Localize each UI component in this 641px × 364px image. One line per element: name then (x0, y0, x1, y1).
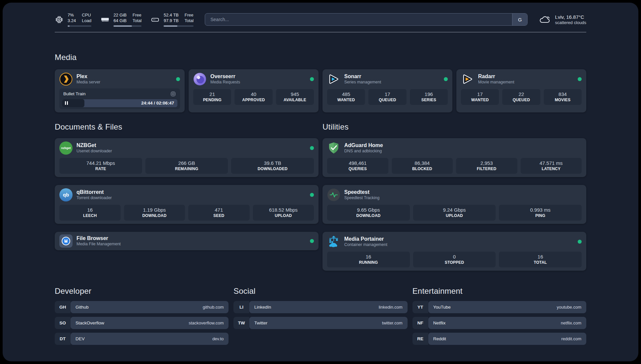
app-card-sonarr[interactable]: Sonarr Series management 485WANTED 17QUE… (322, 69, 452, 112)
cpu-progress-bar (68, 25, 91, 27)
app-subtitle: Series management (344, 80, 381, 84)
section-documents-files: Documents & Files nzbget NZBGet Usenet d… (55, 122, 319, 271)
cloud-icon (539, 15, 551, 24)
cpu-icon (55, 15, 64, 24)
link-abbr: TW (233, 317, 249, 329)
link-url: linkedin.com (379, 305, 402, 310)
stat-tile: 16TOTAL (499, 252, 582, 267)
now-playing-title: Bullet Train (63, 91, 86, 96)
app-card-speedtest[interactable]: Speedtest Speedtest Tracking 9.65 GbpsDO… (322, 185, 586, 224)
link-name: Reddit (433, 336, 446, 341)
app-subtitle: Torrent downloader (76, 196, 112, 200)
app-subtitle: Media File Management (76, 242, 121, 246)
app-card-nzbget[interactable]: nzbget NZBGet Usenet downloader 744.21 M… (55, 138, 319, 177)
app-name: AdGuard Home (344, 142, 383, 148)
link-name: DEV (76, 336, 85, 341)
disk-total-label: Total (185, 18, 194, 24)
section-media: Media Plex Media server Bullet Train (55, 53, 586, 112)
link-abbr: YT (412, 301, 428, 313)
app-subtitle: Media server (76, 80, 100, 84)
stat-tile: 485WANTED (327, 89, 365, 105)
stat-tile: 17QUEUED (368, 89, 406, 105)
search-input[interactable] (205, 14, 512, 25)
app-card-radarr[interactable]: Radarr Movie management 17WANTED 22QUEUE… (456, 69, 586, 112)
link-abbr: RE (412, 333, 428, 345)
section-title-entertainment: Entertainment (412, 287, 586, 296)
app-card-media-portainer[interactable]: Media Portainer Container management 16R… (322, 232, 586, 271)
pause-icon[interactable] (65, 101, 68, 105)
status-dot-online (310, 77, 314, 81)
disk-free-label: Free (185, 13, 194, 18)
stat-tile: 618.52 MbpsUPLOAD (253, 205, 314, 221)
portainer-icon (327, 235, 340, 248)
weather-widget[interactable]: Lviv, 16.87°C scattered clouds (539, 14, 586, 25)
link-abbr: DT (55, 333, 71, 345)
camera-lens-icon[interactable] (170, 91, 176, 97)
stat-tile: 86,384BLOCKED (392, 158, 453, 174)
link-url: reddit.com (561, 336, 581, 341)
disk-icon (151, 15, 160, 24)
link-url: netflix.com (561, 320, 581, 325)
link-abbr: SO (55, 317, 71, 329)
stat-tile: 266 GBREMAINING (145, 158, 228, 174)
cpu-stat: 7%3.24 CPULoad (55, 13, 91, 27)
playback-progress-fill (62, 99, 84, 107)
link-netflix[interactable]: NF Netflixnetflix.com (412, 317, 586, 329)
app-card-plex[interactable]: Plex Media server Bullet Train (55, 69, 185, 112)
disk-progress-bar (164, 25, 194, 27)
link-github[interactable]: GH Githubgithub.com (55, 301, 229, 313)
stat-tile: 9.65 GbpsDOWNLOAD (327, 205, 410, 221)
playback-progress-bar[interactable]: 24:44 / 02:06:47 (62, 99, 177, 107)
app-card-overseerr[interactable]: Overseerr Media Requests 21PENDING 40APP… (189, 69, 319, 112)
plex-icon (59, 73, 73, 86)
app-name: Radarr (478, 74, 514, 79)
stat-tile: 16RUNNING (327, 252, 410, 267)
app-name: Speedtest (344, 189, 380, 195)
app-card-qbittorrent[interactable]: qb qBittorrent Torrent downloader 16LEEC… (55, 185, 319, 224)
speedtest-icon (327, 188, 340, 201)
cpu-load-value: 3.24 (68, 18, 76, 24)
stat-tile: 40APPROVED (234, 89, 272, 105)
app-card-adguard-home[interactable]: AdGuard Home DNS and adblocking 498,461Q… (322, 138, 586, 177)
weather-condition: scattered clouds (555, 20, 586, 25)
stat-tile: 21PENDING (193, 89, 231, 105)
system-stats: 7%3.24 CPULoad 22 GiB64 GiB FreeTotal (55, 13, 194, 27)
link-stackoverflow[interactable]: SO StackOverflowstackoverflow.com (55, 317, 229, 329)
app-name: qBittorrent (76, 189, 112, 195)
file-browser-icon (59, 234, 73, 248)
search-engine-button[interactable]: G (512, 14, 527, 25)
link-youtube[interactable]: YT YouTubeyoutube.com (412, 301, 586, 313)
link-twitter[interactable]: TW Twittertwitter.com (233, 317, 407, 329)
stat-tile: 17WANTED (461, 89, 499, 105)
stat-tile: 1.19 GbpsDOWNLOAD (124, 205, 185, 221)
radarr-icon (461, 73, 474, 86)
link-abbr: NF (412, 317, 428, 329)
status-dot-online (310, 239, 314, 243)
link-reddit[interactable]: RE Redditreddit.com (412, 333, 586, 345)
stat-tile: 2,953FILTERED (456, 158, 517, 174)
stat-tile: 39.6 TBDOWNLOADED (231, 158, 314, 174)
status-dot-online (444, 77, 448, 81)
disk-total: 97.9 TB (164, 18, 178, 24)
link-url: github.com (203, 305, 224, 310)
link-linkedin[interactable]: LI LinkedInlinkedin.com (233, 301, 407, 313)
app-subtitle: Container management (344, 242, 387, 247)
app-name: File Browser (76, 235, 121, 241)
link-dev[interactable]: DT DEVdev.to (55, 333, 229, 345)
status-dot-online (578, 240, 582, 244)
link-name: Github (76, 305, 89, 310)
section-title-documents-files: Documents & Files (55, 122, 319, 132)
disk-stat: 52.4 TB97.9 TB FreeTotal (151, 13, 194, 27)
stat-tile: 834MOVIES (544, 89, 582, 105)
stat-tile: 9.24 GbpsUPLOAD (413, 205, 496, 221)
app-card-file-browser[interactable]: File Browser Media File Management (55, 232, 319, 250)
dashboard: 7%3.24 CPULoad 22 GiB64 GiB FreeTotal (3, 3, 638, 361)
stat-tile: 0STOPPED (413, 252, 496, 267)
header-divider (55, 32, 586, 32)
search-bar[interactable]: G (205, 13, 528, 26)
weather-location-temp: Lviv, 16.87°C (555, 14, 586, 20)
memory-stat: 22 GiB64 GiB FreeTotal (101, 13, 141, 27)
cpu-load-label: Load (82, 18, 91, 24)
section-title-media: Media (55, 53, 586, 62)
stat-tile: 471SEED (188, 205, 250, 221)
